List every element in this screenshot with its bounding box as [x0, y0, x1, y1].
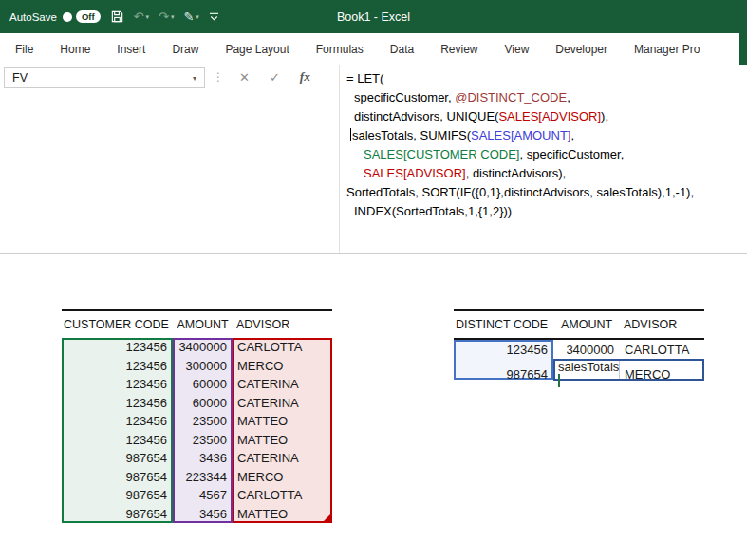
cell[interactable]: CARLOTTA: [233, 340, 332, 354]
ribbon-tab-review[interactable]: Review: [440, 43, 477, 56]
sales-table: CUSTOMER CODEAMOUNTADVISOR 1234563400000…: [62, 309, 332, 523]
save-button[interactable]: [110, 9, 124, 24]
cell[interactable]: 60000: [173, 377, 233, 391]
format-pen-button[interactable]: ✎ ▾: [183, 9, 198, 24]
cell[interactable]: 123456: [62, 414, 173, 428]
formula-segment: , distinctAdvisors),: [466, 166, 566, 180]
formula-input[interactable]: = LET(specificCustomer, @DISTINCT_CODE,d…: [346, 69, 694, 221]
cell[interactable]: MATTEO: [233, 433, 332, 447]
name-box[interactable]: FV ▾: [4, 67, 205, 88]
cell[interactable]: 123456: [62, 340, 173, 354]
cell[interactable]: MATTEO: [233, 507, 332, 521]
formula-line: INDEX(SortedTotals,1,{1,2})): [346, 202, 694, 221]
formula-segment: @DISTINCT_CODE: [455, 90, 567, 104]
formula-segment: SALES[ADVISOR]: [498, 109, 601, 123]
pen-menu-chevron-icon: ▾: [196, 13, 199, 21]
right-column-header[interactable]: DISTINCT CODE: [454, 318, 553, 331]
ribbon-tab-view[interactable]: View: [505, 43, 530, 56]
cell[interactable]: 223344: [173, 470, 233, 484]
cell[interactable]: 987654: [62, 488, 173, 502]
cell[interactable]: 3400000: [553, 343, 620, 357]
cell[interactable]: CATERINA: [233, 377, 332, 391]
formula-text-cursor: [350, 128, 351, 141]
cell[interactable]: 23500: [173, 414, 233, 428]
editing-text: salesTotals: [558, 360, 619, 374]
enter-button[interactable]: ✓: [270, 70, 280, 84]
right-table-rows: 1234563400000CARLOTTA987654salesTotalsME…: [454, 340, 704, 380]
left-column-header[interactable]: CUSTOMER CODE: [62, 318, 173, 331]
ribbon-tab-draw[interactable]: Draw: [172, 43, 198, 56]
table-row: 9876544567CARLOTTA: [62, 486, 332, 505]
formula-line: salesTotals, SUMIFS(SALES[AMOUNT],: [346, 126, 694, 145]
formula-segment: = LET(: [346, 71, 383, 85]
formula-line: SALES[ADVISOR], distinctAdvisors),: [346, 164, 694, 183]
autosave-switch[interactable]: Off: [63, 10, 101, 24]
cell[interactable]: 23500: [173, 433, 233, 447]
cell[interactable]: 4567: [173, 488, 233, 502]
cancel-button[interactable]: ✕: [239, 70, 250, 84]
table-row: 12345623500MATTEO: [62, 412, 332, 431]
right-column-header[interactable]: AMOUNT: [553, 318, 620, 331]
cell[interactable]: 3436: [173, 451, 233, 465]
left-column-header[interactable]: ADVISOR: [233, 318, 332, 331]
formula-line: distinctAdvisors, UNIQUE(SALES[ADVISOR])…: [346, 107, 694, 126]
cell[interactable]: MERCO: [233, 470, 332, 484]
cell[interactable]: 123456: [62, 396, 173, 410]
left-table-header: CUSTOMER CODEAMOUNTADVISOR: [62, 311, 332, 338]
insert-function-button[interactable]: fx: [300, 69, 310, 84]
save-icon: [110, 9, 124, 24]
formula-bar-buttons: ✕ ✓ fx: [239, 69, 310, 84]
ribbon-tab-manager-pro[interactable]: Manager Pro: [634, 43, 700, 56]
cell[interactable]: 987654: [62, 507, 173, 521]
name-box-dropdown-icon[interactable]: ▾: [185, 74, 204, 83]
table-row: 12345660000CATERINA: [62, 375, 332, 394]
distinct-table: DISTINCT CODEAMOUNTADVISOR 1234563400000…: [454, 309, 704, 380]
cell[interactable]: 123456: [454, 343, 553, 357]
cell[interactable]: 987654: [62, 451, 173, 465]
table-row: 1234563400000CARLOTTA: [62, 338, 332, 357]
cell[interactable]: 123456: [62, 359, 173, 373]
formula-segment: distinctAdvisors, UNIQUE(: [354, 109, 498, 123]
cell[interactable]: CARLOTTA: [233, 488, 332, 502]
cell[interactable]: 987654: [62, 470, 173, 484]
cell[interactable]: 987654: [454, 367, 553, 382]
cell[interactable]: 123456: [62, 377, 173, 391]
table-row: 12345660000CATERINA: [62, 394, 332, 413]
left-column-header[interactable]: AMOUNT: [173, 318, 233, 331]
pen-icon: ✎: [183, 9, 194, 24]
ribbon-tab-data[interactable]: Data: [390, 43, 414, 56]
ribbon-tab-formulas[interactable]: Formulas: [316, 43, 364, 56]
customize-quick-access-icon: [209, 11, 219, 22]
right-edit-divider: [619, 361, 620, 379]
redo-button[interactable]: ↷ ▾: [159, 9, 174, 24]
ribbon-tab-file[interactable]: File: [15, 43, 33, 56]
left-table-rows: 1234563400000CARLOTTA123456300000MERCO12…: [62, 338, 332, 523]
undo-button[interactable]: ↶ ▾: [134, 9, 149, 24]
cell[interactable]: CARLOTTA: [620, 343, 704, 357]
right-column-header[interactable]: ADVISOR: [620, 318, 704, 331]
cell[interactable]: 123456: [62, 433, 173, 447]
ribbon-tab-home[interactable]: Home: [60, 43, 90, 56]
right-table-body: 1234563400000CARLOTTA987654salesTotalsME…: [454, 340, 704, 380]
autosave-toggle[interactable]: AutoSave Off: [9, 10, 101, 24]
cell[interactable]: 60000: [173, 396, 233, 410]
ribbon-tab-developer[interactable]: Developer: [555, 43, 607, 56]
cell[interactable]: salesTotals: [553, 360, 620, 388]
name-box-value: FV: [5, 71, 185, 84]
cell[interactable]: 300000: [173, 359, 233, 373]
cell[interactable]: 3456: [173, 507, 233, 521]
worksheet[interactable]: CUSTOMER CODEAMOUNTADVISOR 1234563400000…: [0, 254, 747, 560]
customize-quick-access-button[interactable]: [209, 11, 219, 22]
toggle-knob: [63, 12, 72, 22]
cell[interactable]: CATERINA: [233, 396, 332, 410]
cell[interactable]: MERCO: [233, 359, 332, 373]
cell[interactable]: 3400000: [173, 340, 233, 354]
cell[interactable]: CATERINA: [233, 451, 332, 465]
formula-segment: INDEX(SortedTotals,1,{1,2})): [354, 204, 512, 218]
cell[interactable]: MERCO: [620, 367, 704, 382]
ribbon-tab-page-layout[interactable]: Page Layout: [225, 43, 289, 56]
ribbon-tab-insert[interactable]: Insert: [117, 43, 145, 56]
cell[interactable]: MATTEO: [233, 414, 332, 428]
formula-line: specificCustomer, @DISTINCT_CODE,: [346, 88, 694, 107]
excel-window: Book1 - Excel AutoSave Off ↶ ▾ ↷ ▾ ✎: [0, 0, 747, 560]
